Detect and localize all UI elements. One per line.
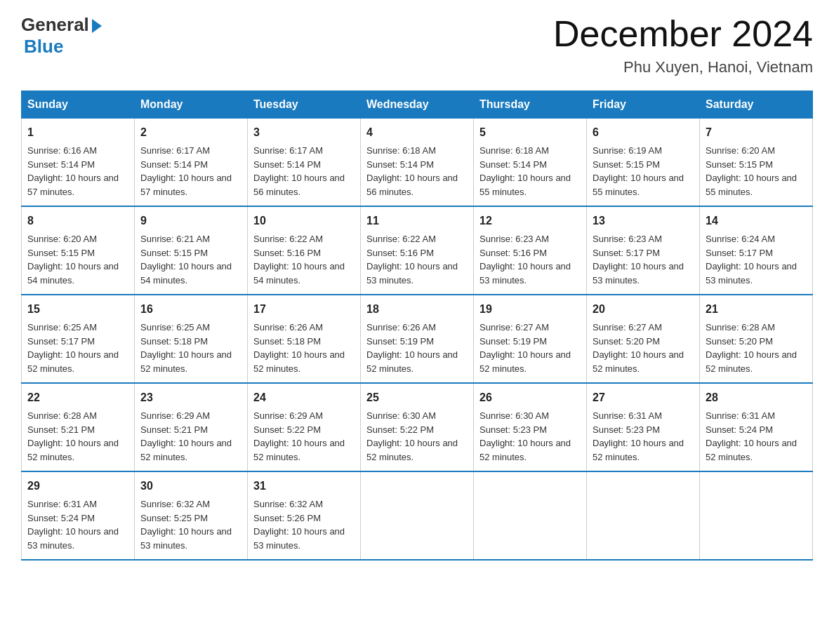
day-number: 6: [593, 124, 694, 141]
logo-blue-text: Blue: [24, 36, 63, 58]
table-row: 12 Sunrise: 6:23 AMSunset: 5:16 PMDaylig…: [474, 206, 587, 295]
table-row: 13 Sunrise: 6:23 AMSunset: 5:17 PMDaylig…: [587, 206, 700, 295]
day-number: 2: [140, 124, 241, 141]
table-row: 11 Sunrise: 6:22 AMSunset: 5:16 PMDaylig…: [361, 206, 474, 295]
header-monday: Monday: [135, 91, 248, 119]
day-number: 27: [593, 389, 694, 406]
page-header: General Blue December 2024 Phu Xuyen, Ha…: [21, 14, 813, 76]
day-info: Sunrise: 6:31 AMSunset: 5:23 PMDaylight:…: [593, 409, 694, 464]
day-info: Sunrise: 6:24 AMSunset: 5:17 PMDaylight:…: [706, 232, 807, 287]
table-row: 20 Sunrise: 6:27 AMSunset: 5:20 PMDaylig…: [587, 295, 700, 383]
table-row: 22 Sunrise: 6:28 AMSunset: 5:21 PMDaylig…: [22, 383, 135, 471]
table-row: 4 Sunrise: 6:18 AMSunset: 5:14 PMDayligh…: [361, 119, 474, 207]
header-saturday: Saturday: [700, 91, 813, 119]
header-tuesday: Tuesday: [248, 91, 361, 119]
logo: General Blue: [21, 14, 102, 58]
day-number: 20: [593, 301, 694, 318]
day-number: 17: [253, 301, 355, 318]
table-row: [361, 471, 474, 560]
day-info: Sunrise: 6:25 AMSunset: 5:18 PMDaylight:…: [140, 321, 241, 375]
day-info: Sunrise: 6:21 AMSunset: 5:15 PMDaylight:…: [140, 232, 241, 287]
day-info: Sunrise: 6:27 AMSunset: 5:19 PMDaylight:…: [479, 321, 581, 375]
table-row: 8 Sunrise: 6:20 AMSunset: 5:15 PMDayligh…: [22, 206, 135, 295]
day-info: Sunrise: 6:22 AMSunset: 5:16 PMDaylight:…: [366, 232, 468, 287]
table-row: 16 Sunrise: 6:25 AMSunset: 5:18 PMDaylig…: [135, 295, 248, 383]
day-info: Sunrise: 6:25 AMSunset: 5:17 PMDaylight:…: [27, 321, 128, 375]
day-number: 10: [253, 213, 355, 229]
day-number: 30: [140, 478, 241, 495]
calendar-header-row: Sunday Monday Tuesday Wednesday Thursday…: [22, 91, 813, 119]
header-sunday: Sunday: [22, 91, 135, 119]
day-info: Sunrise: 6:30 AMSunset: 5:23 PMDaylight:…: [479, 409, 581, 464]
day-info: Sunrise: 6:28 AMSunset: 5:20 PMDaylight:…: [706, 321, 807, 375]
day-number: 8: [27, 213, 128, 229]
calendar-week-row: 1 Sunrise: 6:16 AMSunset: 5:14 PMDayligh…: [22, 119, 813, 207]
table-row: 18 Sunrise: 6:26 AMSunset: 5:19 PMDaylig…: [361, 295, 474, 383]
location-subtitle: Phu Xuyen, Hanoi, Vietnam: [553, 58, 813, 76]
table-row: [700, 471, 813, 560]
day-info: Sunrise: 6:30 AMSunset: 5:22 PMDaylight:…: [366, 409, 468, 464]
table-row: 28 Sunrise: 6:31 AMSunset: 5:24 PMDaylig…: [700, 383, 813, 471]
day-number: 9: [140, 213, 241, 229]
table-row: 7 Sunrise: 6:20 AMSunset: 5:15 PMDayligh…: [700, 119, 813, 207]
calendar-week-row: 29 Sunrise: 6:31 AMSunset: 5:24 PMDaylig…: [22, 471, 813, 560]
table-row: 6 Sunrise: 6:19 AMSunset: 5:15 PMDayligh…: [587, 119, 700, 207]
day-number: 19: [479, 301, 581, 318]
table-row: 26 Sunrise: 6:30 AMSunset: 5:23 PMDaylig…: [474, 383, 587, 471]
day-info: Sunrise: 6:26 AMSunset: 5:18 PMDaylight:…: [253, 321, 355, 375]
table-row: 1 Sunrise: 6:16 AMSunset: 5:14 PMDayligh…: [22, 119, 135, 207]
table-row: 9 Sunrise: 6:21 AMSunset: 5:15 PMDayligh…: [135, 206, 248, 295]
table-row: 25 Sunrise: 6:30 AMSunset: 5:22 PMDaylig…: [361, 383, 474, 471]
table-row: 2 Sunrise: 6:17 AMSunset: 5:14 PMDayligh…: [135, 119, 248, 207]
day-number: 28: [706, 389, 807, 406]
header-friday: Friday: [587, 91, 700, 119]
day-number: 7: [706, 124, 807, 141]
day-info: Sunrise: 6:16 AMSunset: 5:14 PMDaylight:…: [27, 144, 128, 199]
day-number: 26: [479, 389, 581, 406]
day-number: 25: [366, 389, 468, 406]
day-number: 12: [479, 213, 581, 229]
day-info: Sunrise: 6:26 AMSunset: 5:19 PMDaylight:…: [366, 321, 468, 375]
table-row: 17 Sunrise: 6:26 AMSunset: 5:18 PMDaylig…: [248, 295, 361, 383]
table-row: 24 Sunrise: 6:29 AMSunset: 5:22 PMDaylig…: [248, 383, 361, 471]
day-number: 3: [253, 124, 355, 141]
table-row: 14 Sunrise: 6:24 AMSunset: 5:17 PMDaylig…: [700, 206, 813, 295]
calendar-week-row: 8 Sunrise: 6:20 AMSunset: 5:15 PMDayligh…: [22, 206, 813, 295]
header-thursday: Thursday: [474, 91, 587, 119]
day-info: Sunrise: 6:18 AMSunset: 5:14 PMDaylight:…: [366, 144, 468, 199]
day-number: 11: [366, 213, 468, 229]
day-number: 5: [479, 124, 581, 141]
day-number: 31: [253, 478, 355, 495]
table-row: 31 Sunrise: 6:32 AMSunset: 5:26 PMDaylig…: [248, 471, 361, 560]
day-info: Sunrise: 6:31 AMSunset: 5:24 PMDaylight:…: [706, 409, 807, 464]
day-info: Sunrise: 6:22 AMSunset: 5:16 PMDaylight:…: [253, 232, 355, 287]
day-number: 4: [366, 124, 468, 141]
day-number: 13: [593, 213, 694, 229]
table-row: 21 Sunrise: 6:28 AMSunset: 5:20 PMDaylig…: [700, 295, 813, 383]
day-info: Sunrise: 6:31 AMSunset: 5:24 PMDaylight:…: [27, 497, 128, 552]
day-number: 18: [366, 301, 468, 318]
day-info: Sunrise: 6:32 AMSunset: 5:25 PMDaylight:…: [140, 497, 241, 552]
table-row: 3 Sunrise: 6:17 AMSunset: 5:14 PMDayligh…: [248, 119, 361, 207]
day-info: Sunrise: 6:18 AMSunset: 5:14 PMDaylight:…: [479, 144, 581, 199]
title-section: December 2024 Phu Xuyen, Hanoi, Vietnam: [553, 14, 813, 76]
day-number: 1: [27, 124, 128, 141]
table-row: 23 Sunrise: 6:29 AMSunset: 5:21 PMDaylig…: [135, 383, 248, 471]
day-info: Sunrise: 6:29 AMSunset: 5:22 PMDaylight:…: [253, 409, 355, 464]
calendar-week-row: 15 Sunrise: 6:25 AMSunset: 5:17 PMDaylig…: [22, 295, 813, 383]
table-row: 10 Sunrise: 6:22 AMSunset: 5:16 PMDaylig…: [248, 206, 361, 295]
day-info: Sunrise: 6:32 AMSunset: 5:26 PMDaylight:…: [253, 497, 355, 552]
table-row: 30 Sunrise: 6:32 AMSunset: 5:25 PMDaylig…: [135, 471, 248, 560]
table-row: [587, 471, 700, 560]
day-number: 14: [706, 213, 807, 229]
day-info: Sunrise: 6:23 AMSunset: 5:17 PMDaylight:…: [593, 232, 694, 287]
table-row: 5 Sunrise: 6:18 AMSunset: 5:14 PMDayligh…: [474, 119, 587, 207]
day-info: Sunrise: 6:23 AMSunset: 5:16 PMDaylight:…: [479, 232, 581, 287]
day-info: Sunrise: 6:20 AMSunset: 5:15 PMDaylight:…: [27, 232, 128, 287]
day-number: 24: [253, 389, 355, 406]
table-row: 27 Sunrise: 6:31 AMSunset: 5:23 PMDaylig…: [587, 383, 700, 471]
day-info: Sunrise: 6:29 AMSunset: 5:21 PMDaylight:…: [140, 409, 241, 464]
day-number: 22: [27, 389, 128, 406]
day-info: Sunrise: 6:17 AMSunset: 5:14 PMDaylight:…: [253, 144, 355, 199]
day-info: Sunrise: 6:28 AMSunset: 5:21 PMDaylight:…: [27, 409, 128, 464]
